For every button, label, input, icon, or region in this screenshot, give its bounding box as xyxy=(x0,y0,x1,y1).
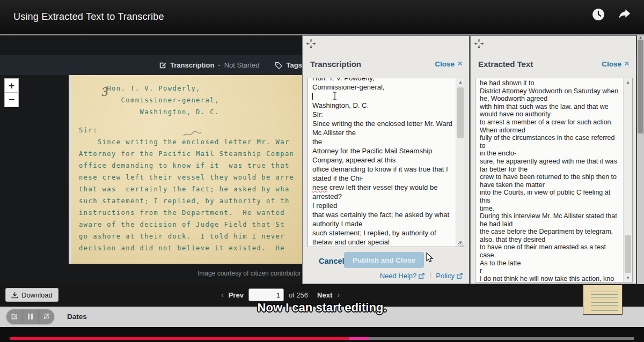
text-line: When informed xyxy=(480,127,620,135)
video-title: Using Extracted Text to Transcribe xyxy=(13,11,164,23)
text-line: Mc Allister the xyxy=(312,128,453,137)
edit-icon xyxy=(159,62,166,69)
text-line: far better for the xyxy=(480,166,620,174)
separator: - xyxy=(218,61,220,69)
scroll-up-icon[interactable]: ▲ xyxy=(624,78,632,86)
image-courtesy-text: Image courtesy of citizen contributor xyxy=(197,270,303,277)
extracted-scrollbar[interactable]: ▲ ▼ xyxy=(623,78,632,282)
dates-label: Dates xyxy=(67,313,87,321)
page-of-label: of 256 xyxy=(289,291,308,299)
text-line: Hon. T. V. Powderly, xyxy=(79,83,311,94)
transcription-textarea[interactable]: Hon. T. V. Powderly,Commissioner-general… xyxy=(308,78,465,247)
text-line: Attorney for the Pacific Mail Steamship … xyxy=(79,148,311,160)
tag-icon xyxy=(275,62,282,69)
move-handle-icon[interactable] xyxy=(474,39,484,51)
text-line: Commissioner-general, xyxy=(79,94,311,106)
zoom-out-button[interactable]: − xyxy=(4,93,19,107)
text-line: aware of the decision of Judge Field tha… xyxy=(79,219,311,231)
text-line: also. that they desired xyxy=(480,236,620,244)
text-line: arrested? xyxy=(312,192,453,201)
text-line: fully of the circumstances in the case r… xyxy=(480,134,620,150)
prev-button[interactable]: Prev xyxy=(229,291,244,299)
scroll-down-icon[interactable]: ▼ xyxy=(624,274,632,282)
ibeam-cursor xyxy=(332,92,338,100)
close-button[interactable]: Close× xyxy=(435,58,463,69)
scroll-up-icon[interactable]: ▲ xyxy=(456,78,465,86)
document-image[interactable]: Hon. T. V. Powderly, Commissioner-genera… xyxy=(69,75,311,264)
next-button[interactable]: Next xyxy=(317,291,332,299)
extracted-text-panel: Extracted Text Close× he had shown it to… xyxy=(470,35,636,284)
text-line: I replied xyxy=(312,201,453,210)
text-line: District Attorney Woodworth on Saturday … xyxy=(480,87,620,95)
quick-action-pill xyxy=(6,309,54,324)
panel-title: Extracted Text xyxy=(478,60,533,69)
text-line: sure, he apparently agreed with me that … xyxy=(480,158,620,166)
tags-tab-label: Tags xyxy=(286,61,302,69)
progress-track[interactable] xyxy=(10,337,634,340)
text-line: Hon. T. V. Powderly, xyxy=(312,78,453,83)
text-line: he, Woodworth agreed xyxy=(480,95,620,103)
text-line: go ashore at their dock. I told him I ne… xyxy=(79,231,311,242)
close-button[interactable]: Close× xyxy=(602,58,630,69)
share-icon[interactable] xyxy=(617,8,632,24)
transcription-status: Not Started xyxy=(224,61,260,69)
move-handle-icon[interactable] xyxy=(306,39,316,51)
text-line: in the enclo- xyxy=(480,150,620,158)
text-line: office demanding to know if it was true … xyxy=(312,165,453,174)
text-line: the xyxy=(312,137,453,146)
chevron-right-icon: › xyxy=(337,291,340,299)
transcription-text: Hon. T. V. Powderly,Commissioner-general… xyxy=(312,78,453,247)
textarea-scrollbar[interactable]: ▲ ▼ xyxy=(456,78,465,247)
page-thumbnail[interactable] xyxy=(583,285,623,315)
text-line: decision and did not believe it existed.… xyxy=(79,242,311,254)
text-line: that was certainly the fact; he asked by… xyxy=(79,183,311,195)
external-link-icon xyxy=(457,273,463,279)
mute-icon xyxy=(43,313,50,320)
zoom-in-button[interactable]: + xyxy=(4,78,19,93)
publish-and-close-button[interactable]: Publish and Close xyxy=(344,252,424,268)
text-line: As to the latte xyxy=(480,259,620,267)
text-line: instructions from the Department. He wan… xyxy=(79,207,311,219)
document-text: Hon. T. V. Powderly, Commissioner-genera… xyxy=(71,75,311,254)
text-line: authority I made xyxy=(312,219,453,228)
progress-elapsed xyxy=(10,337,349,340)
extracted-text: he had shown it toDistrict Attorney Wood… xyxy=(480,79,620,282)
pause-button[interactable] xyxy=(22,309,38,324)
text-line: Washington, D. C. xyxy=(79,106,311,118)
text-line: I do not think he will now take this act… xyxy=(480,275,620,282)
text-line: stated if the Chi- xyxy=(312,174,453,183)
download-button[interactable]: Download xyxy=(5,288,58,302)
player-control-bar xyxy=(0,327,644,342)
cancel-button[interactable]: Cancel xyxy=(319,257,345,265)
text-line xyxy=(79,118,311,124)
text-line: Attorney for the Pacific Mail Steamship xyxy=(312,146,453,155)
text-line: to have one of their men arrested as a t… xyxy=(480,243,620,259)
page-scrollbar[interactable]: ▲ xyxy=(637,35,644,284)
progress-loaded xyxy=(369,337,634,340)
extracted-text-box: he had shown it toDistrict Attorney Wood… xyxy=(475,78,633,282)
mouse-cursor xyxy=(426,252,434,263)
text-line: such statement; I replied, by authority … xyxy=(79,195,311,207)
text-line: have taken the matter xyxy=(480,181,620,189)
text-line: Commissioner-general, xyxy=(312,83,453,92)
transcription-tab-label: Transcription xyxy=(170,61,214,69)
text-line: time. xyxy=(480,205,620,213)
text-line: nese crew left their vessel they would b… xyxy=(79,172,311,183)
need-help-link[interactable]: Need Help? xyxy=(380,272,425,280)
policy-link[interactable]: Policy xyxy=(436,272,463,280)
transcription-tab[interactable]: Transcription - Not Started xyxy=(159,61,259,69)
text-line: r xyxy=(480,267,620,275)
download-icon xyxy=(11,292,18,299)
text-line: with him that such was the law, and that… xyxy=(480,103,620,111)
progress-preview xyxy=(349,337,369,340)
mute-button[interactable] xyxy=(38,309,54,324)
text-line: Company, appeared at this xyxy=(312,155,453,165)
text-line: such statement; I replied, by authority … xyxy=(312,228,453,237)
text-line: the case before the Department by telegr… xyxy=(480,228,620,236)
resize-grip[interactable] xyxy=(458,242,464,247)
page-number-input[interactable] xyxy=(248,288,284,301)
chevron-left-icon: ‹ xyxy=(221,291,224,299)
edit-button[interactable] xyxy=(6,309,22,324)
watch-later-icon[interactable] xyxy=(591,8,605,24)
text-line: to arrest a member of a crew for such ac… xyxy=(480,118,620,127)
